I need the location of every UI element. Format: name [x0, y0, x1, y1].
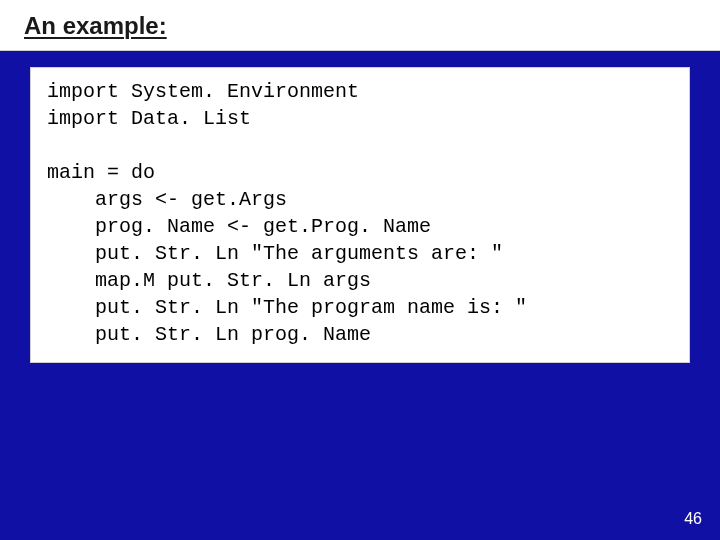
title-bar: An example: [0, 0, 720, 51]
page-number: 46 [684, 510, 702, 528]
code-block: import System. Environment import Data. … [30, 67, 690, 363]
slide-title: An example: [24, 12, 696, 40]
